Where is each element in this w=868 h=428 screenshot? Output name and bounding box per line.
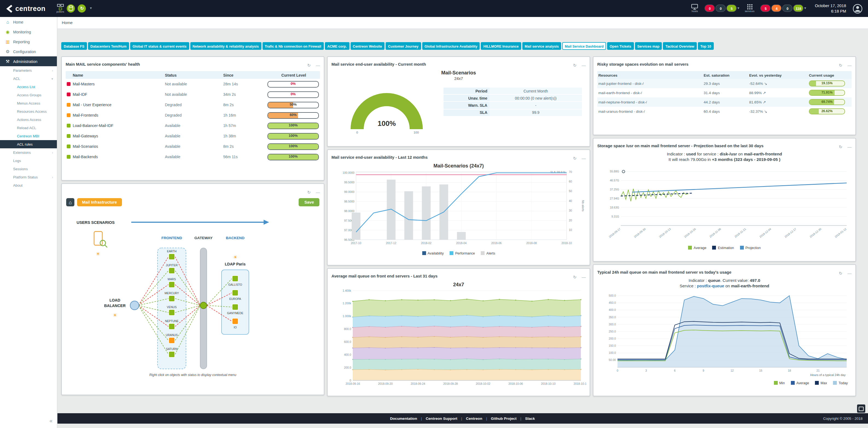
tab-open-tickets[interactable]: Open Tickets bbox=[607, 42, 633, 50]
hosts-status-badge[interactable]: 0 bbox=[705, 5, 715, 12]
table-row-mail-backends[interactable]: Mail-BackendsAvailable56m 11s100% bbox=[66, 152, 320, 162]
frontend-node-saturn[interactable] bbox=[168, 351, 175, 358]
minimize-widget-icon[interactable]: — bbox=[847, 144, 851, 149]
poller-status-icon[interactable]: ↻ bbox=[78, 4, 86, 12]
tab-top-10[interactable]: Top 10 bbox=[698, 42, 714, 50]
sidebar-subitem-access-groups[interactable]: Access Groups bbox=[0, 91, 57, 99]
refresh-widget-icon[interactable]: ↻ bbox=[573, 275, 577, 280]
sidebar-subitem-access-list[interactable]: Access List bbox=[0, 83, 57, 91]
tab-acme-corp[interactable]: ACME corp. bbox=[325, 42, 349, 50]
table-row-mail-earth-frontend-disk[interactable]: mail-earth-frontend - disk-/31.4 days88.… bbox=[597, 88, 851, 97]
refresh-widget-icon[interactable]: ↻ bbox=[839, 144, 843, 149]
table-row-mail-gateways[interactable]: Mail-GatewaysAvailable1h 38m100% bbox=[66, 131, 320, 141]
frontend-node-mercury[interactable] bbox=[168, 295, 175, 302]
footer-link-centreon[interactable]: Centreon bbox=[466, 417, 483, 420]
home-view-button[interactable]: ⌂ bbox=[66, 198, 74, 206]
hosts-status-badge[interactable]: 5 bbox=[727, 5, 737, 12]
tab-mail-service-analysis[interactable]: Mail service analysis bbox=[522, 42, 561, 50]
table-row-mail-jupiter-frontend-disk[interactable]: mail-jupiter-frontend - disk-/29.3 days-… bbox=[597, 79, 851, 88]
footer-link-centreon-support[interactable]: Centreon Support bbox=[426, 417, 458, 420]
minimize-widget-icon[interactable]: — bbox=[582, 63, 586, 68]
save-button[interactable]: Save bbox=[299, 198, 319, 206]
refresh-widget-icon[interactable]: ↻ bbox=[307, 190, 311, 195]
corner-widget-button[interactable] bbox=[857, 404, 865, 413]
tab-services-map[interactable]: Services map bbox=[635, 42, 662, 50]
table-row-mail-masters[interactable]: Mail-MastersNot available28m 14s0% bbox=[66, 79, 320, 89]
sidebar-subitem-extensions[interactable]: Extensions› bbox=[0, 148, 57, 156]
frontend-node-neptune[interactable] bbox=[168, 323, 175, 330]
backend-node-gallisto[interactable] bbox=[232, 276, 238, 282]
tab-datacenters-tem-hum[interactable]: Datacenters Tem/Hum bbox=[88, 42, 129, 50]
backend-node-io[interactable] bbox=[232, 318, 238, 324]
frontend-node-jupiter[interactable] bbox=[168, 268, 175, 274]
refresh-widget-icon[interactable]: ↻ bbox=[839, 63, 843, 68]
table-row-mail-idf[interactable]: Mail-IDFNot available34m 2s0% bbox=[66, 89, 320, 99]
tab-database-fs[interactable]: Database FS bbox=[61, 42, 87, 50]
sidebar-item-configuration[interactable]: ⚙Configuration bbox=[0, 47, 57, 56]
infrastructure-selector[interactable]: Mail Infrastructure bbox=[77, 198, 122, 206]
services-icon[interactable]: services bbox=[745, 4, 754, 13]
sidebar-subitem-platform-status[interactable]: Platform Status› bbox=[0, 173, 57, 181]
frontend-node-venus[interactable] bbox=[168, 310, 175, 316]
sidebar-item-administration[interactable]: ⚒Administration bbox=[0, 56, 57, 66]
frontend-node-mars[interactable] bbox=[168, 282, 175, 288]
table-row-mail-uranus-frontend-disk[interactable]: mail-uranus-frontend - disk-/60.4 days-3… bbox=[597, 107, 851, 116]
sidebar-subitem-about[interactable]: About bbox=[0, 181, 57, 189]
refresh-widget-icon[interactable]: ↻ bbox=[307, 63, 311, 68]
tab-global-infrastructure-availability[interactable]: Global Infrastructure Availability bbox=[422, 42, 480, 50]
footer-link-slack[interactable]: Slack bbox=[525, 417, 535, 420]
table-row-mail-frontends[interactable]: Mail-FrontendsDegraded1h 16m60% bbox=[66, 110, 320, 120]
services-chevron-icon[interactable]: ▾ bbox=[804, 6, 806, 11]
tab-mail-service-dashboard[interactable]: Mail Service Dashboard bbox=[562, 42, 606, 50]
tab-centreon-website[interactable]: Centreon Website bbox=[350, 42, 384, 50]
footer-link-documentation[interactable]: Documentation bbox=[390, 417, 417, 420]
sidebar-subitem-parameters[interactable]: Parameters› bbox=[0, 66, 57, 75]
load-balancer-node[interactable] bbox=[130, 301, 138, 310]
table-row-mail-user-experience[interactable]: Mail - User ExperienceDegraded8m 2s50% bbox=[66, 99, 320, 110]
table-row-mail-neptune-frontend-disk[interactable]: mail-neptune-frontend - disk-/44.2 days8… bbox=[597, 97, 851, 107]
user-profile-icon[interactable] bbox=[853, 4, 863, 13]
tab-global-it-status-current-events[interactable]: Global IT status & current events bbox=[130, 42, 189, 50]
sidebar-collapse-icon[interactable]: « bbox=[50, 418, 53, 424]
sidebar-item-reporting[interactable]: ▥Reporting bbox=[0, 37, 57, 47]
minimize-widget-icon[interactable]: — bbox=[582, 156, 586, 161]
minimize-widget-icon[interactable]: — bbox=[847, 63, 851, 68]
sidebar-subitem-actions-access[interactable]: Actions Access bbox=[0, 115, 57, 124]
backend-node-ganymede[interactable] bbox=[232, 304, 238, 310]
tab-tactical-overview[interactable]: Tactical Overview bbox=[663, 42, 697, 50]
tab-trafic-nb-connection-on-firewall[interactable]: Trafic & Nb connection on Firewall bbox=[262, 42, 323, 50]
backend-node-europa[interactable] bbox=[232, 290, 238, 296]
table-row-load-balancer-mail-idf[interactable]: Load-Balancer-Mail-IDFAvailable1h 57m100… bbox=[66, 120, 320, 131]
sidebar-subitem-sessions[interactable]: Sessions bbox=[0, 165, 57, 173]
sidebar-item-monitoring[interactable]: ◉Monitoring bbox=[0, 27, 57, 37]
refresh-widget-icon[interactable]: ↻ bbox=[573, 156, 577, 161]
breadcrumb[interactable]: Home bbox=[62, 20, 72, 25]
poller-database-icon[interactable] bbox=[67, 4, 75, 12]
refresh-widget-icon[interactable]: ↻ bbox=[839, 271, 843, 276]
pollers-chevron-icon[interactable]: ▾ bbox=[90, 6, 92, 11]
sidebar-subitem-reload-acl[interactable]: Reload ACL bbox=[0, 124, 57, 132]
sidebar-subitem-resources-access[interactable]: Resources Access bbox=[0, 107, 57, 115]
tab-hillmore-insurance[interactable]: HILLMORE Insurance bbox=[481, 42, 521, 50]
refresh-widget-icon[interactable]: ↻ bbox=[573, 63, 577, 68]
frontend-node-uranus[interactable] bbox=[168, 337, 175, 343]
tab-network-availability-reliability-analysis[interactable]: Network availability & reliability analy… bbox=[190, 42, 261, 50]
hosts-chevron-icon[interactable]: ▾ bbox=[738, 6, 740, 11]
sidebar-subitem-logs[interactable]: Logs bbox=[0, 156, 57, 165]
services-status-badge[interactable]: 5 bbox=[761, 5, 770, 12]
minimize-widget-icon[interactable]: — bbox=[316, 190, 320, 195]
table-row-mail-scenarios[interactable]: Mail-ScenariosAvailable8m 2s100% bbox=[66, 141, 320, 152]
hosts-icon[interactable]: hosts bbox=[691, 4, 699, 13]
footer-link-github-project[interactable]: Github Project bbox=[491, 417, 517, 420]
sidebar-subitem-menus-access[interactable]: Menus Access bbox=[0, 99, 57, 107]
sidebar-subitem-acl-rules[interactable]: ACL rules bbox=[0, 140, 57, 148]
minimize-widget-icon[interactable]: — bbox=[582, 275, 586, 280]
minimize-widget-icon[interactable]: — bbox=[316, 63, 320, 68]
sidebar-subitem-centreon-mbi[interactable]: Centreon MBI bbox=[0, 132, 57, 140]
hosts-status-badge[interactable]: 0 bbox=[716, 5, 725, 12]
services-status-badge[interactable]: 0 bbox=[783, 5, 792, 12]
gateway-node[interactable] bbox=[200, 302, 207, 309]
services-status-badge[interactable]: 118 bbox=[794, 5, 803, 12]
frontend-node-earth[interactable] bbox=[168, 254, 175, 260]
services-status-badge[interactable]: 4 bbox=[772, 5, 781, 12]
